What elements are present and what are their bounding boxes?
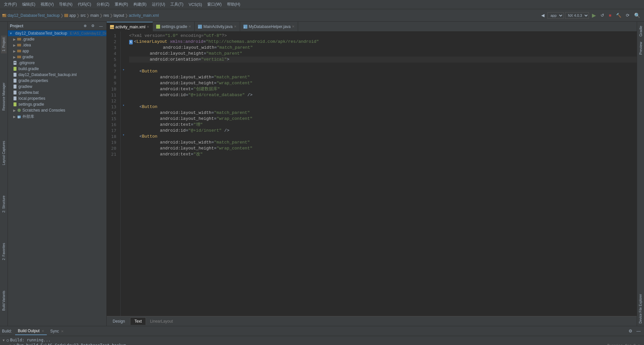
build-tab-sync[interactable]: Sync ✕ — [47, 328, 66, 335]
gutter-19 — [121, 138, 126, 144]
menu-edit[interactable]: 编辑(E) — [19, 1, 38, 8]
line-num-21: 21 — [107, 151, 118, 157]
menu-run[interactable]: 运行(U) — [149, 1, 168, 8]
breadcrumb-item-file[interactable]: activity_main.xml — [129, 13, 159, 18]
build-output-close[interactable]: ✕ — [42, 329, 44, 333]
tab-build-variants[interactable]: Build Variants — [1, 289, 6, 312]
menu-refactor[interactable]: 重构(R) — [112, 1, 131, 8]
props-icon — [13, 79, 17, 83]
menu-vcs[interactable]: VCS(S) — [186, 2, 205, 8]
menu-file[interactable]: 文件(F) — [1, 1, 19, 8]
sync-button[interactable]: ⟳ — [624, 12, 631, 18]
build-minimize-btn[interactable]: — — [635, 328, 642, 334]
gutter-7[interactable]: ▾ — [121, 67, 126, 73]
menu-help[interactable]: 帮助(H) — [224, 1, 243, 8]
tree-item-idea[interactable]: ▶ .idea — [8, 42, 106, 48]
tree-item-gradlew-bat[interactable]: gradlew.bat — [8, 90, 106, 95]
menu-view[interactable]: 视图(V) — [38, 1, 56, 8]
breadcrumb-item-project[interactable]: day12_DatabaseTest_backup — [2, 13, 60, 18]
project-minimize-button[interactable]: — — [98, 23, 104, 29]
preview-panel-label[interactable]: Preview — [638, 39, 643, 57]
tree-item-gradlew[interactable]: gradlew — [8, 84, 106, 90]
breadcrumb-item-res[interactable]: res — [103, 13, 109, 18]
gutter-13[interactable]: ▾ — [121, 103, 126, 109]
tree-item-external-libs[interactable]: ▶ ||| 外部库 — [8, 113, 106, 120]
gutter-17 — [121, 126, 126, 132]
c-badge: C — [129, 40, 133, 44]
run-button[interactable]: ▶ — [590, 12, 598, 19]
menu-build[interactable]: 构建(B) — [131, 1, 149, 8]
build-row-run-build[interactable]: ▼ ◯ Run build E:\AS_Code\day12_DatabaseT… — [3, 343, 641, 345]
menu-window[interactable]: 窗口(W) — [205, 1, 224, 8]
file-icon — [13, 91, 17, 94]
menu-tools[interactable]: 工具(T) — [168, 1, 186, 8]
tab-design[interactable]: Design — [109, 318, 129, 325]
tab-close-btn[interactable]: ✕ — [188, 25, 191, 28]
svg-rect-15 — [14, 85, 16, 89]
tab-project[interactable]: 1: Project — [1, 36, 7, 53]
code-content[interactable]: <?xml version="1.0" encoding="utf-8"?> C… — [126, 32, 637, 316]
project-add-button[interactable]: ⊕ — [82, 23, 88, 29]
breadcrumb-item-app[interactable]: app — [64, 13, 76, 18]
code-line-7: <Button — [129, 68, 637, 74]
device-file-explorer-label[interactable]: Device File Explorer — [638, 291, 643, 326]
breadcrumb-item-main[interactable]: main — [90, 13, 99, 18]
search-everywhere-button[interactable]: 🔍 — [632, 12, 642, 19]
tab-close-btn[interactable]: ✕ — [292, 25, 294, 28]
line-num-2: 2 — [107, 39, 118, 45]
tab-favorites[interactable]: 2: Favorites — [1, 242, 6, 261]
code-line-17: android:id="@+id/insert" /> — [129, 128, 637, 134]
tab-main-activity-java[interactable]: J MainActivity.java ✕ — [195, 22, 240, 31]
tab-settings-gradle[interactable]: settings.gradle ✕ — [153, 22, 195, 31]
tab-activity-main-xml[interactable]: xml activity_main.xml ✕ — [107, 22, 153, 31]
tree-item-settings-gradle[interactable]: settings.gradle — [8, 101, 106, 107]
gutter-18[interactable]: ▾ — [121, 132, 126, 138]
gradle-panel-label[interactable]: Gradle — [638, 23, 643, 39]
tree-item-label: gradle — [22, 55, 33, 59]
tree-item-iml[interactable]: day12_DatabaseTest_backup.iml — [8, 72, 106, 78]
stop-button[interactable]: ■ — [607, 12, 613, 18]
tree-item-local-props[interactable]: local.properties — [8, 95, 106, 101]
menu-code[interactable]: 代码(C) — [75, 1, 94, 8]
build-panel: Build: Build Output ✕ Sync ✕ ⚙ — ▼ ◯ Bui… — [0, 326, 644, 345]
tree-item-gradle-folder[interactable]: ▶ gradle — [8, 54, 106, 60]
project-gear-button[interactable]: ⚙ — [90, 23, 96, 29]
reload-button[interactable]: ↺ — [599, 12, 606, 18]
tree-root[interactable]: ▼ day12_DatabaseTest_backup E:\AS_Code\d… — [8, 30, 106, 36]
tab-close-btn[interactable]: ✕ — [234, 25, 237, 28]
build-tab-output[interactable]: Build Output ✕ — [15, 327, 47, 335]
code-line-18: <Button — [129, 134, 637, 140]
code-editor[interactable]: 1 2 3 4 5 6 7 8 9 10 11 12 13 14 15 16 1… — [107, 32, 637, 316]
tree-item-app[interactable]: ▶ app — [8, 48, 106, 54]
menu-analyze[interactable]: 分析(Z) — [94, 1, 112, 8]
run-config-select[interactable]: app — [547, 12, 564, 19]
build-content[interactable]: ▼ ◯ Build: running... ▼ ◯ Run build E:\A… — [0, 336, 644, 345]
menu-navigate[interactable]: 导航(N) — [56, 1, 75, 8]
sdk-select[interactable]: NX 4.0.3 — [565, 12, 589, 19]
xml-file-icon: xml — [110, 25, 114, 29]
tab-layout-captures[interactable]: Layout Captures — [1, 140, 6, 166]
code-line-20: android:layout_height="wrap_content" — [129, 146, 637, 151]
tree-item-gitignore[interactable]: .gitignore — [8, 60, 106, 66]
tab-my-database-helper-java[interactable]: J MyDatabaseHelper.java ✕ — [240, 22, 298, 31]
tree-item-gradle[interactable]: ▶ .gradle — [8, 36, 106, 42]
tree-item-scratches[interactable]: ▶ Scratches and Consoles — [8, 107, 106, 113]
build-button[interactable]: 🔨 — [614, 12, 623, 18]
tab-structure[interactable]: 2: Structure — [1, 194, 6, 214]
code-line-12 — [129, 98, 637, 104]
tab-text[interactable]: Text — [130, 317, 146, 325]
breadcrumb-item-src[interactable]: src — [80, 13, 86, 18]
tab-resource-manager[interactable]: Resource Manager — [1, 81, 6, 112]
line-num-17: 17 — [107, 128, 118, 134]
gutter-21 — [121, 150, 126, 156]
breadcrumb-item-layout[interactable]: layout — [114, 13, 124, 18]
build-row-running[interactable]: ▼ ◯ Build: running... — [3, 337, 641, 343]
tab-close-btn[interactable]: ✕ — [147, 25, 149, 29]
line-num-4: 4 — [107, 51, 118, 57]
tree-item-gradle-props[interactable]: gradle.properties — [8, 78, 106, 84]
build-settings-btn[interactable]: ⚙ — [627, 328, 634, 334]
code-line-10: android:text="创建数据库" — [129, 86, 637, 92]
back-button[interactable]: ◀ — [540, 12, 546, 18]
build-sync-close[interactable]: ✕ — [61, 330, 64, 333]
tree-item-build-gradle[interactable]: build.gradle — [8, 66, 106, 72]
